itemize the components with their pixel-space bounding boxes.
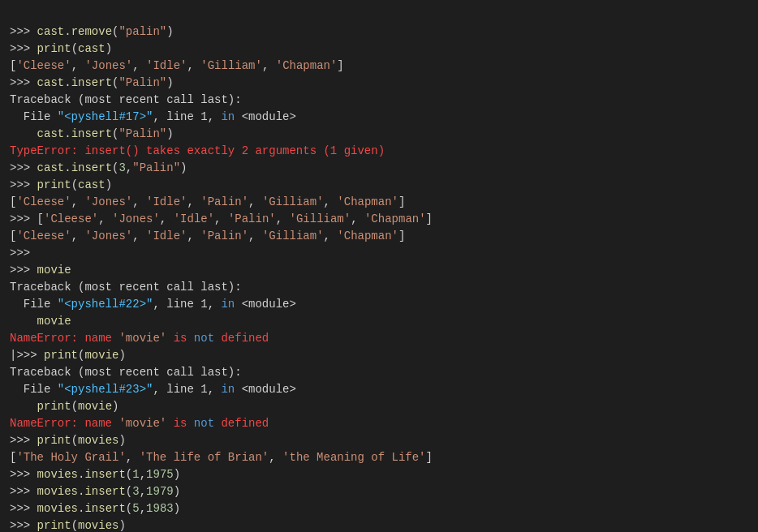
line-8: TypeError: insert() takes exactly 2 argu… <box>10 144 385 157</box>
line-4: >>> cast.insert("Palin") <box>10 76 174 89</box>
line-18: movie <box>10 315 71 328</box>
line-10: >>> print(cast) <box>10 178 112 191</box>
line-3: ['Cleese', 'Jones', 'Idle', 'Gilliam', '… <box>10 59 344 72</box>
line-12: >>> ['Cleese', 'Jones', 'Idle', 'Palin',… <box>10 212 433 225</box>
line-14: >>> <box>10 247 37 260</box>
line-23: print(movie) <box>10 400 118 413</box>
line-25: >>> print(movies) <box>10 434 126 447</box>
line-6: File "<pyshell#17>", line 1, in <module> <box>10 110 296 123</box>
line-11: ['Cleese', 'Jones', 'Idle', 'Palin', 'Gi… <box>10 195 405 208</box>
line-19: NameError: name 'movie' is not defined <box>10 332 269 345</box>
line-24: NameError: name 'movie' is not defined <box>10 417 269 430</box>
line-26: ['The Holy Grail', 'The life of Brian', … <box>10 451 433 464</box>
line-13: ['Cleese', 'Jones', 'Idle', 'Palin', 'Gi… <box>10 230 405 242</box>
line-16: Traceback (most recent call last): <box>10 281 242 294</box>
line-30: >>> print(movies) <box>10 519 126 532</box>
line-22: File "<pyshell#23>", line 1, in <module> <box>10 383 296 396</box>
line-7: cast.insert("Palin") <box>10 127 174 140</box>
line-17: File "<pyshell#22>", line 1, in <module> <box>10 298 296 311</box>
line-28: >>> movies.insert(3,1979) <box>10 485 180 498</box>
line-29: >>> movies.insert(5,1983) <box>10 502 180 515</box>
line-2: >>> print(cast) <box>10 42 112 55</box>
shell-output: >>> cast.remove("palin") >>> print(cast)… <box>10 6 748 532</box>
line-9: >>> cast.insert(3,"Palin") <box>10 161 187 174</box>
line-20: |>>> print(movie) <box>10 349 126 362</box>
line-15: >>> movie <box>10 264 71 277</box>
line-21: Traceback (most recent call last): <box>10 366 242 379</box>
line-27: >>> movies.insert(1,1975) <box>10 468 180 481</box>
line-5: Traceback (most recent call last): <box>10 93 242 106</box>
line-1: >>> cast.remove("palin") <box>10 25 174 38</box>
